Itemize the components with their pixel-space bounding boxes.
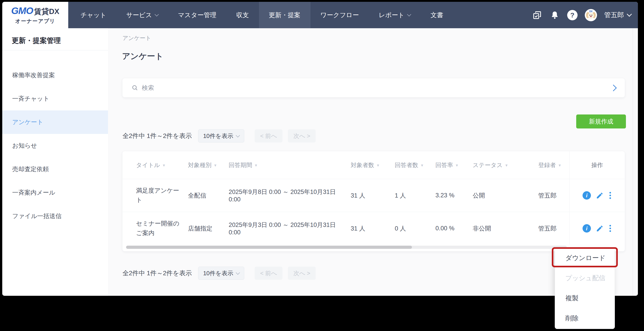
column-header-registrant: 登録者▼: [538, 161, 570, 169]
cell-actions: i: [570, 212, 625, 245]
table-row: セミナー開催のご案内 店舗指定 2025年9月3日 0:00 ～ 2025年10…: [122, 212, 625, 245]
survey-table: タイトル▼ 対象種別▼ 回答期間▼ 対象者数▼ 回答者数▼ 回答率▼ ステータス…: [122, 151, 625, 251]
cell-status: 公開: [473, 191, 538, 200]
horizontal-scrollbar-track[interactable]: [126, 246, 567, 249]
more-actions-icon[interactable]: [608, 224, 612, 233]
menu-item-download[interactable]: ダウンロード: [555, 248, 614, 268]
cell-registrant: 管五郎: [538, 224, 570, 233]
column-header-status: ステータス▼: [473, 161, 538, 169]
edit-icon[interactable]: [596, 192, 604, 199]
nav-item-workflow[interactable]: ワークフロー: [310, 2, 369, 28]
help-icon[interactable]: ?: [567, 10, 578, 20]
pagination-summary: 全2件中 1件～2件を表示: [122, 132, 192, 140]
pagination-bottom: 全2件中 1件～2件を表示 10件を表示 < 前へ 次へ >: [122, 267, 316, 280]
pagination-summary: 全2件中 1件～2件を表示: [122, 269, 192, 278]
nav-item-chat[interactable]: チャット: [70, 2, 116, 28]
chevron-down-icon: [154, 12, 159, 16]
scrollbar-gutter: [633, 28, 633, 296]
sidebar-list: 稼働率改善提案 一斉チャット アンケート お知らせ 売却査定依頼 一斉案内メール…: [2, 50, 108, 228]
bell-icon[interactable]: [550, 10, 560, 20]
sort-icon[interactable]: ▼: [455, 163, 459, 167]
table-row: 満足度アンケート 全配信 2025年9月8日 0:00 ～ 2025年10月31…: [122, 179, 625, 212]
column-header-targets: 対象者数▼: [351, 161, 395, 169]
page-size-select[interactable]: 10件を表示: [198, 267, 244, 280]
search-bar: [122, 78, 625, 97]
sidebar-item-notice[interactable]: お知らせ: [2, 134, 108, 157]
logo-gmo-text: GMO: [11, 5, 33, 16]
top-navigation: GMO 賃貸DX オーナーアプリ チャット サービス マスター管理 収支 更新・…: [2, 2, 638, 28]
column-header-target-type: 対象種別▼: [188, 161, 229, 169]
sort-icon[interactable]: ▼: [376, 163, 380, 167]
column-header-period: 回答期間▼: [229, 161, 351, 169]
menu-item-duplicate[interactable]: 複製: [555, 288, 614, 308]
sidebar-item-occupancy-proposal[interactable]: 稼働率改善提案: [2, 63, 108, 87]
cell-targets: 31 人: [351, 224, 395, 233]
svg-text:DX: DX: [589, 10, 592, 12]
app-window: GMO 賃貸DX オーナーアプリ チャット サービス マスター管理 収支 更新・…: [2, 2, 638, 296]
cell-period: 2025年9月8日 0:00 ～ 2025年10月31日 0:00: [229, 188, 351, 203]
sort-icon[interactable]: ▼: [214, 163, 217, 167]
nav-item-renewal-proposal[interactable]: 更新・提案: [259, 2, 310, 28]
menu-item-push-delivery: プッシュ配信: [555, 268, 614, 288]
nav-item-services[interactable]: サービス: [116, 2, 168, 28]
user-menu[interactable]: 管五郎: [604, 10, 631, 20]
next-page-button[interactable]: 次へ >: [288, 267, 316, 280]
chevron-down-icon: [236, 271, 240, 275]
prev-page-button[interactable]: < 前へ: [255, 267, 282, 280]
page-title: アンケート: [122, 51, 163, 62]
avatar[interactable]: DX: [585, 9, 597, 21]
logo-brand-text: 賃貸DX: [34, 6, 60, 17]
chevron-down-icon: [407, 12, 411, 16]
info-icon[interactable]: i: [582, 224, 591, 233]
chevron-right-icon[interactable]: [610, 84, 617, 91]
column-header-actions: 操作: [570, 151, 625, 179]
nav-item-report[interactable]: レポート: [369, 2, 420, 28]
app-logo[interactable]: GMO 賃貸DX オーナーアプリ: [2, 2, 68, 28]
sort-icon[interactable]: ▼: [254, 163, 258, 167]
sidebar-item-file-bulk-send[interactable]: ファイル一括送信: [2, 204, 108, 228]
column-header-title: タイトル▼: [122, 161, 188, 170]
sort-icon[interactable]: ▼: [558, 163, 562, 167]
more-actions-icon[interactable]: [608, 191, 612, 200]
sidebar-item-bulk-mail[interactable]: 一斉案内メール: [2, 181, 108, 204]
nav-item-documents[interactable]: 文書: [420, 2, 453, 28]
sidebar: 更新・提案管理 稼働率改善提案 一斉チャット アンケート お知らせ 売却査定依頼…: [2, 28, 108, 296]
cell-period: 2025年9月3日 0:00 ～ 2025年10月31日 0:00: [229, 221, 351, 236]
page-size-select[interactable]: 10件を表示: [198, 129, 244, 142]
sidebar-item-sale-assessment[interactable]: 売却査定依頼: [2, 157, 108, 181]
info-icon[interactable]: i: [582, 191, 591, 200]
horizontal-scrollbar-thumb[interactable]: [126, 246, 412, 249]
next-page-button[interactable]: 次へ >: [288, 129, 316, 142]
nav-item-master-management[interactable]: マスター管理: [168, 2, 226, 28]
menu-item-delete[interactable]: 削除: [555, 308, 614, 328]
cell-target-type: 店舗指定: [188, 224, 229, 233]
column-header-respondents: 回答者数▼: [395, 161, 436, 169]
cell-title: 満足度アンケート: [122, 186, 188, 205]
cell-rate: 0.00 %: [436, 225, 473, 232]
breadcrumb[interactable]: アンケート: [122, 34, 151, 42]
pagination-top: 全2件中 1件～2件を表示 10件を表示 < 前へ 次へ >: [122, 129, 316, 142]
cell-registrant: 管五郎: [538, 191, 570, 200]
logo-subtitle: オーナーアプリ: [15, 17, 55, 25]
sidebar-item-survey[interactable]: アンケート: [2, 110, 108, 134]
sort-icon[interactable]: ▼: [162, 163, 166, 167]
nav-right-controls: ? DX 管五郎: [532, 2, 638, 28]
sort-icon[interactable]: ▼: [504, 163, 508, 167]
edit-icon[interactable]: [596, 225, 604, 232]
sidebar-title: 更新・提案管理: [2, 28, 108, 45]
cell-respondents: 0 人: [395, 224, 436, 233]
search-input[interactable]: [142, 84, 611, 92]
sidebar-item-bulk-chat[interactable]: 一斉チャット: [2, 87, 108, 110]
sort-icon[interactable]: ▼: [420, 163, 424, 167]
chevron-down-icon: [236, 133, 240, 137]
tasks-icon[interactable]: [532, 10, 542, 20]
create-new-button[interactable]: 新規作成: [576, 114, 626, 128]
chevron-down-icon: [627, 11, 632, 17]
nav-items: チャット サービス マスター管理 収支 更新・提案 ワークフロー レポート 文書: [70, 2, 453, 28]
prev-page-button[interactable]: < 前へ: [255, 129, 282, 142]
cell-rate: 3.23 %: [436, 192, 473, 199]
cell-title: セミナー開催のご案内: [122, 219, 188, 238]
nav-item-income[interactable]: 収支: [226, 2, 259, 28]
user-name: 管五郎: [604, 10, 624, 20]
cell-actions: i: [570, 179, 625, 212]
